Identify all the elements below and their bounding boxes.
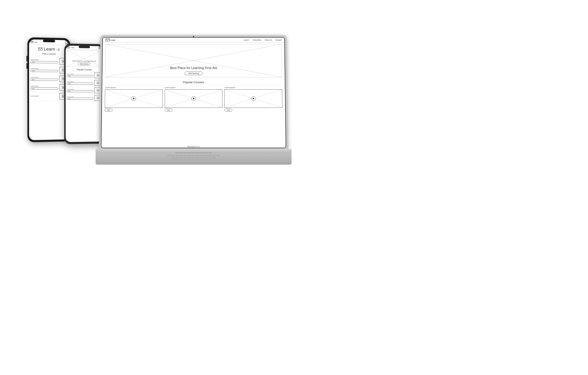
laptop-nav: Learn ▾ Favourites About Us Contact <box>243 39 282 41</box>
envelope-icon <box>30 41 33 43</box>
popular-courses-heading: Popular Courses <box>66 67 103 72</box>
course-info: Lorem Ipsum Start <box>30 68 58 72</box>
list-item: Lorem Ipsum Start <box>30 74 67 83</box>
laptop-popular-courses-heading: Popular Courses <box>102 79 285 85</box>
key <box>178 159 181 160</box>
keyboard-area <box>95 153 292 165</box>
phone-right-course-list: Lorem Ipsum Start Lorem Ipsum Start <box>66 71 103 102</box>
key <box>204 157 208 158</box>
key <box>186 159 189 160</box>
course-thumbnail <box>224 89 282 108</box>
course-label: Lorem Ipsum <box>30 85 58 87</box>
laptop-lid: Logo Learn ▾ Favourites About Us <box>99 35 288 149</box>
start-button[interactable]: Start <box>30 61 58 63</box>
play-button[interactable] <box>251 96 256 101</box>
key <box>175 157 179 158</box>
phone-left-hero: Learn ◁) Pick a course <box>29 44 69 57</box>
key <box>200 155 204 156</box>
key <box>188 157 191 158</box>
phone-left-course-list: Lorem Ipsum Start Lorem Ipsum Start <box>29 57 69 101</box>
hero-envelope-icon <box>38 48 42 51</box>
laptop-logo: Logo <box>105 39 115 41</box>
key <box>192 155 195 156</box>
svg-line-8 <box>68 47 69 48</box>
play-button[interactable] <box>191 96 196 101</box>
phone-left-header-actions <box>65 41 67 44</box>
course-label: Lorem Ipsum <box>30 95 58 97</box>
start-button[interactable]: Start <box>225 109 232 111</box>
laptop-hero-content: Best Place for Learning First-Aid Start … <box>170 66 217 75</box>
course-label: Lorem Ipsum <box>165 87 222 89</box>
course-label: Lorem Ipsum <box>67 89 93 90</box>
key <box>184 157 187 158</box>
bookmark-icon <box>65 41 67 44</box>
list-item: Lorem Ipsum Start <box>67 94 102 102</box>
list-item: Lorem Ipsum Start <box>67 71 102 79</box>
start-button[interactable]: Start <box>67 83 93 85</box>
laptop-header: Logo Learn ▾ Favourites About Us <box>103 38 284 42</box>
laptop: Logo Learn ▾ Favourites About Us <box>100 35 292 165</box>
list-item: Lorem Ipsum Start <box>30 57 67 66</box>
start-button[interactable]: Start <box>30 79 58 81</box>
key <box>208 155 212 156</box>
start-button[interactable]: Start <box>30 70 58 72</box>
keyboard <box>110 155 277 161</box>
course-label: Lorem Ipsum <box>30 68 58 69</box>
course-label: Lorem Ipsum <box>67 96 93 97</box>
pick-course-text: Pick a course <box>42 52 56 55</box>
key <box>184 155 187 156</box>
nav-item-about[interactable]: About Us <box>264 39 272 41</box>
list-item: Lorem Ipsum Start <box>67 79 102 87</box>
volume-down-button <box>26 63 27 69</box>
nav-item-contact[interactable]: Contact <box>275 39 282 41</box>
key <box>204 155 208 156</box>
start-learning-button[interactable]: Start learning <box>78 63 91 65</box>
start-button[interactable]: Start <box>105 109 113 111</box>
macbook-label: MacBook Pro <box>188 145 200 148</box>
key <box>192 157 195 158</box>
start-button[interactable]: Start <box>67 75 93 77</box>
start-button[interactable]: Start <box>165 109 172 111</box>
start-learning-button[interactable]: Start learning <box>185 71 202 75</box>
key <box>206 159 210 160</box>
play-button[interactable] <box>97 81 99 84</box>
course-info: Lorem Ipsum Start <box>67 96 93 100</box>
svg-line-11 <box>108 39 109 40</box>
course-thumbnail <box>105 89 163 108</box>
svg-line-1 <box>31 41 32 42</box>
list-item: Lorem Ipsum Start <box>30 83 67 92</box>
key <box>196 157 200 158</box>
course-label: Lorem Ipsum <box>67 81 93 82</box>
list-item: Lorem Ipsum Start <box>30 65 67 75</box>
nav-item-favourites[interactable]: Favourites <box>253 39 261 41</box>
phone-left-hero-title: Learn ◁) <box>38 46 60 52</box>
key <box>171 155 175 156</box>
key <box>179 157 183 158</box>
volume-up-button <box>26 56 27 61</box>
laptop-base: MacBook Pro <box>95 149 292 153</box>
envelope-icon <box>105 39 110 41</box>
play-button[interactable] <box>97 97 99 99</box>
logo-text: Logo <box>71 47 74 48</box>
key <box>181 159 185 160</box>
course-info: Lorem Ipsum <box>30 95 58 97</box>
play-button[interactable] <box>97 74 99 77</box>
play-button[interactable] <box>131 96 136 101</box>
key <box>190 159 193 160</box>
play-button[interactable] <box>97 89 99 91</box>
phone-right: Logo Best Place for Learning First-Aid S… <box>64 43 104 144</box>
start-button[interactable]: Start <box>67 98 93 100</box>
nav-item-learn[interactable]: Learn ▾ <box>243 39 250 41</box>
notch <box>43 40 55 42</box>
key <box>202 159 206 160</box>
course-info: Lorem Ipsum Start <box>67 89 93 92</box>
course-info: Lorem Ipsum Start <box>30 59 58 63</box>
key <box>196 155 200 156</box>
list-item: Lorem Ipsum Start <box>224 87 282 111</box>
key <box>179 155 183 156</box>
start-button[interactable]: Start <box>67 90 93 92</box>
list-item: Lorem Ipsum Start <box>67 87 102 94</box>
svg-line-10 <box>106 39 108 40</box>
start-button[interactable]: Start <box>30 88 58 90</box>
course-info: Lorem Ipsum Start <box>30 85 58 90</box>
